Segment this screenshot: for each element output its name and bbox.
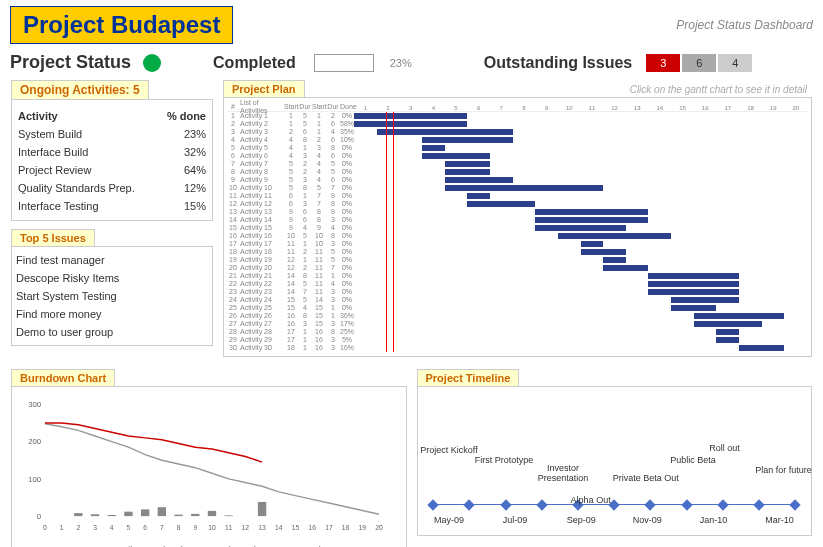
svg-text:13: 13 [258, 524, 266, 531]
svg-text:14: 14 [275, 524, 283, 531]
status-indicator-icon [143, 54, 161, 72]
gantt-row[interactable]: 6Activity 643460% [228, 152, 807, 160]
project-title: Project Budapest [10, 6, 233, 44]
project-plan-tab[interactable]: Project Plan [223, 80, 305, 97]
timeline-event: Project Kickoff [409, 445, 489, 455]
timeline-point-icon [790, 499, 801, 510]
col-done: % done [156, 108, 206, 124]
dashboard-label: Project Status Dashboard [676, 18, 813, 32]
gantt-row[interactable]: 10Activity 1058570% [228, 184, 807, 192]
svg-text:11: 11 [225, 524, 233, 531]
gantt-row[interactable]: 23Activity 231471130% [228, 288, 807, 296]
gantt-row[interactable]: 7Activity 752450% [228, 160, 807, 168]
timeline-chart[interactable]: May-09Jul-09Sep-09Nov-09Jan-10Mar-10Proj… [417, 386, 813, 536]
gantt-row[interactable]: 9Activity 953460% [228, 176, 807, 184]
timeline-event: Public Beta [653, 455, 733, 465]
gantt-row[interactable]: 25Activity 251541510% [228, 304, 807, 312]
svg-text:9: 9 [193, 524, 197, 531]
issue-badge[interactable]: 4 [718, 54, 752, 72]
svg-text:0: 0 [37, 512, 41, 521]
gantt-row[interactable]: 12Activity 1263780% [228, 200, 807, 208]
gantt-row[interactable]: 11Activity 1161790% [228, 192, 807, 200]
svg-rect-29 [124, 512, 132, 516]
col-activity: Activity [18, 108, 154, 124]
gantt-row[interactable]: 29Activity 291711635% [228, 336, 807, 344]
svg-rect-30 [141, 509, 149, 516]
gantt-row[interactable]: 19Activity 191211150% [228, 256, 807, 264]
outstanding-issues-label: Outstanding Issues [484, 54, 632, 72]
svg-rect-27 [91, 514, 99, 516]
gantt-row[interactable]: 30Activity 3018116316% [228, 344, 807, 352]
svg-text:15: 15 [292, 524, 300, 531]
timeline-month: Jan-10 [700, 515, 728, 525]
svg-rect-26 [74, 513, 82, 516]
svg-text:300: 300 [28, 400, 41, 409]
completed-percent: 23% [390, 57, 412, 69]
svg-rect-37 [258, 502, 266, 516]
list-item: Start System Testing [16, 287, 208, 305]
svg-text:2: 2 [76, 524, 80, 531]
timeline-point-icon [428, 499, 439, 510]
gantt-row[interactable]: 4Activity 4482610% [228, 136, 807, 144]
gantt-row[interactable]: 27Activity 2716315317% [228, 320, 807, 328]
svg-text:12: 12 [242, 524, 250, 531]
gantt-chart[interactable]: Click on the gantt chart to see it in de… [223, 97, 812, 357]
gantt-row[interactable]: 21Activity 211481110% [228, 272, 807, 280]
issue-badge[interactable]: 6 [682, 54, 716, 72]
status-row: Project Status Completed 23% Outstanding… [10, 52, 813, 73]
gantt-row[interactable]: 18Activity 181121150% [228, 248, 807, 256]
timeline-month: May-09 [434, 515, 464, 525]
gantt-row[interactable]: 22Activity 221451140% [228, 280, 807, 288]
gantt-row[interactable]: 28Activity 2817116825% [228, 328, 807, 336]
svg-rect-34 [208, 511, 216, 516]
svg-text:18: 18 [342, 524, 350, 531]
gantt-row[interactable]: 3Activity 3261435% [228, 128, 807, 136]
gantt-row[interactable]: 24Activity 241551430% [228, 296, 807, 304]
svg-text:0: 0 [43, 524, 47, 531]
svg-rect-32 [174, 515, 182, 516]
svg-text:16: 16 [308, 524, 316, 531]
svg-rect-28 [108, 515, 116, 516]
issue-badge[interactable]: 3 [646, 54, 680, 72]
svg-rect-33 [191, 514, 199, 516]
svg-text:1: 1 [60, 524, 64, 531]
svg-text:5: 5 [127, 524, 131, 531]
gantt-row[interactable]: 16Activity 161051080% [228, 232, 807, 240]
list-item: Find test manager [16, 251, 208, 269]
timeline-point-icon [645, 499, 656, 510]
svg-text:10: 10 [208, 524, 216, 531]
svg-text:17: 17 [325, 524, 333, 531]
timeline-event: Roll out [684, 443, 764, 453]
ongoing-activities-tab[interactable]: Ongoing Activities: 5 [11, 80, 149, 99]
project-status-label: Project Status [10, 52, 131, 73]
timeline-point-icon [717, 499, 728, 510]
gantt-row[interactable]: 1Activity 115120% [228, 112, 807, 120]
gantt-hint: Click on the gantt chart to see it in de… [630, 86, 807, 94]
gantt-row[interactable]: 8Activity 852450% [228, 168, 807, 176]
burndown-tab[interactable]: Burndown Chart [11, 369, 115, 386]
list-item: Demo to user group [16, 323, 208, 341]
gantt-row[interactable]: 14Activity 1496830% [228, 216, 807, 224]
list-item: Find more money [16, 305, 208, 323]
gantt-row[interactable]: 26Activity 2616815136% [228, 312, 807, 320]
timeline-point-icon [681, 499, 692, 510]
gantt-row[interactable]: 15Activity 1594940% [228, 224, 807, 232]
list-item: Descope Risky Items [16, 269, 208, 287]
top-issues-tab[interactable]: Top 5 Issues [11, 229, 95, 246]
svg-text:3: 3 [93, 524, 97, 531]
ongoing-activities-table: Activity % done System Build23%Interface… [16, 106, 208, 216]
timeline-point-icon [464, 499, 475, 510]
timeline-tab[interactable]: Project Timeline [417, 369, 520, 386]
gantt-row[interactable]: 5Activity 541380% [228, 144, 807, 152]
timeline-event: Plan for future [743, 465, 823, 475]
gantt-row[interactable]: 2Activity 2151658% [228, 120, 807, 128]
timeline-month: Sep-09 [567, 515, 596, 525]
gantt-row[interactable]: 13Activity 1396890% [228, 208, 807, 216]
svg-text:100: 100 [28, 475, 41, 484]
gantt-row[interactable]: 20Activity 201221170% [228, 264, 807, 272]
timeline-point-icon [536, 499, 547, 510]
gantt-row[interactable]: 17Activity 171111030% [228, 240, 807, 248]
burndown-chart[interactable]: 0100200300012345678910111213141516171819… [11, 386, 407, 547]
table-row: Quality Standards Prep.12% [18, 180, 206, 196]
table-row: Project Review64% [18, 162, 206, 178]
